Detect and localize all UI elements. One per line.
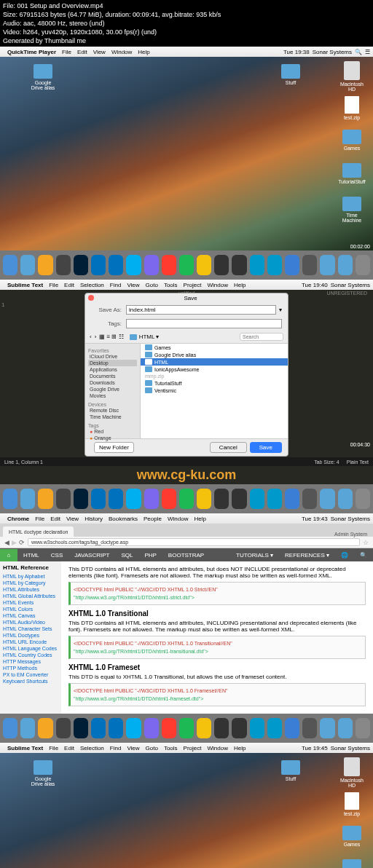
dock-app-icon[interactable]: [74, 255, 88, 275]
sidebar-link[interactable]: HTML by Category: [3, 580, 58, 586]
desktop-icon-stuff[interactable]: Stuff: [277, 760, 305, 781]
desktop-icon-games[interactable]: Games: [338, 826, 366, 847]
menu-goto[interactable]: Goto: [146, 745, 158, 751]
sidebar-icloud[interactable]: iCloud Drive: [88, 353, 137, 360]
menu-file[interactable]: File: [49, 282, 58, 288]
app-name[interactable]: Sublime Text: [7, 282, 43, 288]
menubar-user[interactable]: Sonar Systems: [331, 516, 370, 522]
dock-app-icon[interactable]: [356, 489, 370, 509]
dock-app-icon[interactable]: [56, 255, 71, 275]
dock-app-icon[interactable]: [267, 718, 282, 738]
menu-selection[interactable]: Selection: [80, 282, 104, 288]
nav-js[interactable]: JAVASCRIPT: [68, 549, 115, 561]
menu-file[interactable]: File: [62, 49, 71, 55]
dock-app-icon[interactable]: [267, 489, 282, 509]
file-row[interactable]: Google Drive alias: [141, 351, 288, 358]
menu-window[interactable]: Window: [208, 282, 228, 288]
dock-app-icon[interactable]: [20, 255, 35, 275]
sidebar-link[interactable]: HTML Doctypes: [3, 632, 58, 639]
dock-app-icon[interactable]: [179, 718, 194, 738]
nav-references[interactable]: REFERENCES ▾: [279, 549, 335, 561]
menu-file[interactable]: File: [35, 516, 44, 522]
dock-app-icon[interactable]: [285, 255, 299, 275]
dock-app-icon[interactable]: [20, 718, 35, 738]
save-as-input[interactable]: [126, 305, 276, 315]
syntax-lang[interactable]: Plain Text: [347, 459, 369, 465]
location-dropdown[interactable]: HTML: [139, 334, 155, 340]
sidebar-link[interactable]: HTTP Messages: [3, 658, 58, 665]
menu-project[interactable]: Project: [184, 745, 202, 751]
dock-app-icon[interactable]: [250, 255, 264, 275]
menu-project[interactable]: Project: [184, 282, 202, 288]
dock-app-icon[interactable]: [109, 489, 123, 509]
dock-app-icon[interactable]: [109, 718, 123, 738]
dock-app-icon[interactable]: [56, 489, 71, 509]
dock-app-icon[interactable]: [267, 255, 282, 275]
dock-2[interactable]: [0, 484, 373, 513]
sidebar-link[interactable]: HTML Audio/Video: [3, 619, 58, 626]
menu-find[interactable]: Find: [110, 745, 122, 751]
file-row[interactable]: mmp.zip: [141, 373, 288, 379]
dock-app-icon[interactable]: [285, 718, 299, 738]
dock-app-icon[interactable]: [179, 489, 194, 509]
dock-app-icon[interactable]: [197, 255, 211, 275]
dock-app-icon[interactable]: [20, 489, 35, 509]
app-name[interactable]: Chrome: [7, 516, 29, 522]
sidebar-docs[interactable]: Documents: [88, 373, 137, 379]
dock-app-icon[interactable]: [109, 255, 123, 275]
file-row[interactable]: Games: [141, 344, 288, 351]
sidebar-link[interactable]: Keyboard Shortcuts: [3, 678, 58, 684]
desktop-icon-stuff[interactable]: Stuff: [277, 64, 305, 85]
menu-window[interactable]: Window: [208, 745, 228, 751]
dock-app-icon[interactable]: [126, 489, 141, 509]
dock-app-icon[interactable]: [91, 489, 106, 509]
menu-view[interactable]: View: [93, 49, 106, 55]
menu-help[interactable]: Help: [234, 282, 246, 288]
sidebar-link[interactable]: HTML Attributes: [3, 586, 58, 593]
dock-app-icon[interactable]: [285, 489, 299, 509]
dock-app-icon[interactable]: [74, 489, 88, 509]
dock-app-icon[interactable]: [38, 489, 52, 509]
search-icon[interactable]: 🔍: [354, 549, 373, 561]
menu-goto[interactable]: Goto: [146, 282, 158, 288]
dock-app-icon[interactable]: [3, 489, 17, 509]
dock-app-icon[interactable]: [250, 489, 264, 509]
menu-find[interactable]: Find: [110, 282, 122, 288]
sidebar-red[interactable]: ● Red: [88, 428, 137, 435]
menubar-user[interactable]: Sonar Systems: [331, 282, 370, 288]
file-row[interactable]: Ventismic: [141, 387, 288, 394]
search-input[interactable]: [240, 333, 283, 341]
reload-icon[interactable]: ⟳: [19, 539, 25, 546]
file-row[interactable]: TutorialStuff: [141, 379, 288, 387]
menu-selection[interactable]: Selection: [80, 745, 104, 751]
dock-app-icon[interactable]: [162, 489, 176, 509]
menu-edit[interactable]: Edit: [77, 49, 87, 55]
dock-app-icon[interactable]: [3, 718, 17, 738]
menu-tools[interactable]: Tools: [164, 745, 178, 751]
dock-app-icon[interactable]: [179, 255, 194, 275]
desktop-icon-file[interactable]: test.zip: [338, 792, 366, 816]
sidebar-orange[interactable]: ● Orange: [88, 435, 137, 441]
menu-file[interactable]: File: [49, 745, 58, 751]
dock-app-icon[interactable]: [302, 255, 317, 275]
desktop-icon-tutorial[interactable]: TutorialStuff: [338, 163, 366, 184]
dock-app-icon[interactable]: [91, 718, 106, 738]
dock-app-icon[interactable]: [197, 718, 211, 738]
dock-app-icon[interactable]: [338, 255, 353, 275]
app-name[interactable]: Sublime Text: [7, 745, 43, 751]
cancel-button[interactable]: Cancel: [210, 442, 247, 453]
menu-help[interactable]: Help: [138, 49, 149, 55]
expand-icon[interactable]: ▾: [279, 307, 282, 313]
sidebar-apps[interactable]: Applications: [88, 366, 137, 373]
menu-icon[interactable]: ☰: [365, 49, 370, 55]
dock-app-icon[interactable]: [162, 718, 176, 738]
dock-app-icon[interactable]: [232, 489, 246, 509]
desktop-4[interactable]: Google Drive alias Macintosh HD test.zip…: [0, 753, 373, 868]
sidebar-tm[interactable]: Time Machine: [88, 414, 137, 420]
search-icon[interactable]: 🔍: [355, 49, 362, 55]
dock-app-icon[interactable]: [250, 718, 264, 738]
browser-tab[interactable]: HTML doctype declaration: [3, 526, 74, 537]
back-icon[interactable]: ◀: [4, 539, 9, 546]
dock-1[interactable]: [0, 250, 373, 280]
sidebar-link[interactable]: HTTP Methods: [3, 665, 58, 671]
